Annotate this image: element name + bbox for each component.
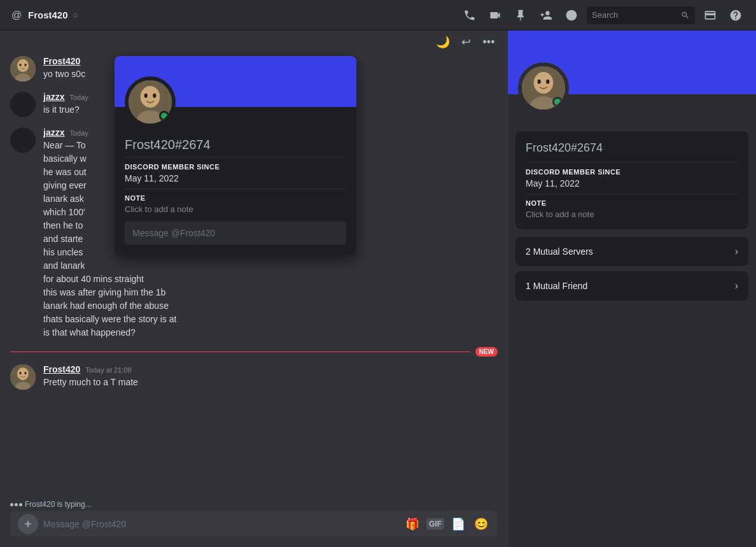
- message-input[interactable]: [43, 511, 398, 537]
- svg-point-19: [538, 79, 541, 83]
- pin-button[interactable]: [510, 5, 531, 25]
- avatar: [10, 127, 36, 153]
- message-timestamp: Today: [69, 94, 88, 101]
- typing-dot: [10, 503, 13, 506]
- video-button[interactable]: [485, 5, 505, 25]
- help-button[interactable]: [725, 5, 746, 25]
- typing-dot: [15, 503, 18, 506]
- panel-avatar: [518, 62, 569, 113]
- message-author[interactable]: jazzx: [43, 127, 64, 138]
- avatar: [10, 92, 36, 117]
- message-text: Pretty much to a T mate: [43, 376, 498, 389]
- message-content: Frost420 Today at 21:08 Pretty much to a…: [43, 364, 498, 390]
- avatar: [10, 364, 36, 390]
- popup-note-field[interactable]: Click to add a note: [125, 204, 346, 214]
- add-friend-button[interactable]: [536, 5, 556, 25]
- mutual-friends-card[interactable]: 1 Mutual Friend ›: [515, 271, 748, 301]
- svg-point-0: [566, 10, 577, 20]
- chat-toolbar: 🌙 ↩ •••: [0, 31, 508, 53]
- message-author[interactable]: jazzx: [43, 92, 64, 102]
- message-timestamp: Today at 21:08: [85, 366, 131, 374]
- inbox-button[interactable]: [700, 5, 720, 25]
- popup-member-since-value: May 11, 2022: [125, 173, 346, 183]
- svg-point-14: [144, 93, 148, 97]
- input-actions: 🎁 GIF 📄 😊: [403, 515, 490, 533]
- typing-dots: [10, 503, 22, 506]
- panel-username: Frost420#2674: [526, 141, 738, 155]
- divider-line: [10, 352, 470, 352]
- typing-dot: [19, 503, 22, 506]
- svg-point-10: [25, 372, 27, 374]
- panel-profile-area: [508, 94, 756, 126]
- sticker-button[interactable]: 📄: [449, 515, 467, 533]
- emoji-reaction-button[interactable]: 🌙: [434, 33, 452, 51]
- panel-divider: [526, 162, 738, 163]
- profile-popup: Frost420#2674 DISCORD MEMBER SINCE May 1…: [115, 56, 356, 255]
- chat-area: 🌙 ↩ •••: [0, 31, 508, 547]
- avatar: [10, 56, 36, 82]
- search-icon: [681, 10, 690, 20]
- message-input-wrapper: + 🎁 GIF 📄 😊: [10, 511, 498, 537]
- svg-point-7: [17, 367, 29, 380]
- topbar-right: [459, 5, 746, 25]
- svg-point-4: [20, 64, 22, 66]
- message-group: Frost420 Today at 21:08 Pretty much to a…: [10, 362, 498, 392]
- popup-divider: [125, 157, 346, 158]
- svg-point-2: [17, 59, 29, 72]
- panel-note-field[interactable]: Click to add a note: [526, 210, 738, 219]
- message-timestamp: Today: [69, 129, 88, 137]
- popup-avatar-area: [115, 107, 356, 132]
- svg-point-20: [546, 79, 549, 83]
- svg-point-12: [141, 86, 160, 108]
- mutual-friends-text: 1 Mutual Friend: [526, 281, 587, 291]
- popup-divider: [125, 188, 346, 189]
- popup-body: Frost420#2674 DISCORD MEMBER SINCE May 1…: [115, 138, 356, 255]
- popup-message-input[interactable]: Message @Frost420: [125, 222, 346, 245]
- message-author[interactable]: Frost420: [43, 364, 80, 374]
- svg-point-15: [153, 93, 156, 97]
- gif-button[interactable]: GIF: [426, 518, 444, 530]
- dm-icon: @: [10, 9, 23, 22]
- popup-avatar: [125, 76, 176, 127]
- activity-button[interactable]: [561, 5, 582, 25]
- svg-point-17: [534, 72, 554, 94]
- svg-point-9: [20, 372, 22, 374]
- popup-username: Frost420#2674: [125, 138, 346, 152]
- popup-member-since-label: DISCORD MEMBER SINCE: [125, 163, 346, 171]
- panel-status-dot: [552, 97, 563, 107]
- panel-info-card: Frost420#2674 DISCORD MEMBER SINCE May 1…: [515, 131, 748, 229]
- mutual-servers-text: 2 Mutual Servers: [526, 246, 593, 257]
- chevron-right-icon: ›: [735, 280, 738, 292]
- svg-point-5: [25, 64, 27, 66]
- search-bar[interactable]: [587, 6, 695, 24]
- topbar-left: @ Frost420 ○: [10, 9, 452, 22]
- message-author[interactable]: Frost420: [43, 56, 80, 66]
- search-input[interactable]: [592, 10, 677, 20]
- call-button[interactable]: [459, 5, 480, 25]
- popup-note-label: NOTE: [125, 194, 346, 202]
- status-dot: [159, 111, 169, 121]
- new-message-divider: NEW: [10, 347, 498, 357]
- message-header: Frost420 Today at 21:08: [43, 364, 498, 374]
- chevron-right-icon: ›: [735, 246, 738, 257]
- gift-button[interactable]: 🎁: [403, 515, 421, 533]
- reply-button[interactable]: ↩: [457, 33, 475, 51]
- panel-note-label: NOTE: [526, 199, 738, 207]
- new-badge: NEW: [475, 347, 498, 357]
- add-content-button[interactable]: +: [18, 514, 38, 534]
- typing-indicator: Frost420 is typing...: [0, 499, 508, 511]
- panel-member-since-label: DISCORD MEMBER SINCE: [526, 168, 738, 176]
- typing-text: Frost420 is typing...: [25, 500, 92, 509]
- mutual-servers-card[interactable]: 2 Mutual Servers ›: [515, 237, 748, 266]
- topbar: @ Frost420 ○: [0, 0, 756, 31]
- topbar-title: Frost420: [28, 10, 68, 20]
- topbar-status: ○: [73, 10, 78, 20]
- emoji-button[interactable]: 😊: [472, 515, 490, 533]
- more-options-button[interactable]: •••: [480, 33, 498, 51]
- main-content: 🌙 ↩ •••: [0, 31, 756, 547]
- right-panel: Frost420#2674 DISCORD MEMBER SINCE May 1…: [508, 31, 756, 547]
- input-area: + 🎁 GIF 📄 😊: [0, 511, 508, 547]
- panel-member-since-value: May 11, 2022: [526, 178, 738, 188]
- panel-divider: [526, 194, 738, 194]
